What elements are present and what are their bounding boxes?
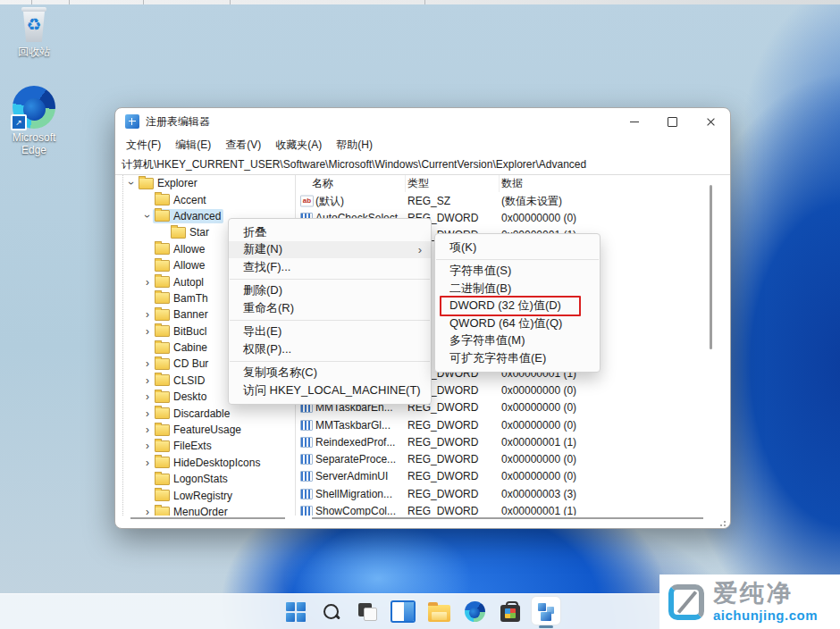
registry-row[interactable]: MMTaskbarGl...REG_DWORD0x00000000 (0)	[296, 416, 730, 433]
tree-item[interactable]: ›HideDesktopIcons	[115, 455, 295, 471]
submenu-item-2[interactable]: 字符串值(S)	[435, 263, 600, 281]
taskbar-start-button[interactable]	[278, 594, 314, 629]
minimize-button[interactable]	[615, 108, 653, 135]
chevron-collapsed-icon[interactable]: ›	[142, 440, 153, 451]
chevron-collapsed-icon[interactable]: ›	[142, 408, 153, 419]
context-menu-item-4[interactable]: 删除(D)	[229, 282, 431, 300]
value-data: 0x00000001 (1)	[501, 436, 576, 449]
taskbar-regedit-button[interactable]	[528, 594, 564, 629]
chevron-collapsed-icon[interactable]: ›	[142, 391, 153, 402]
registry-row[interactable]: ReindexedProf...REG_DWORD0x00000001 (1)	[296, 433, 730, 450]
taskbar-edge-button[interactable]	[457, 594, 492, 629]
submenu-item-0[interactable]: 项(K)	[435, 239, 600, 256]
registry-row[interactable]: ShellMigration...REG_DWORD0x00000003 (3)	[296, 485, 730, 502]
chevron-collapsed-icon[interactable]: ›	[142, 375, 153, 386]
context-menu-item-5[interactable]: 重命名(R)	[229, 299, 431, 317]
tree-item[interactable]: ›Discardable	[115, 405, 295, 421]
shortcut-arrow-icon: ↗	[11, 114, 27, 130]
desktop-icon-recycle-bin[interactable]: ♻ 回收站	[0, 7, 68, 58]
folder-icon	[155, 374, 170, 386]
value-data: 0x00000000 (0)	[501, 212, 576, 224]
menu-item-4[interactable]: 帮助(H)	[329, 136, 380, 155]
task-view-icon	[357, 601, 378, 623]
value-data: 0x00000000 (0)	[501, 453, 576, 465]
dword-value-icon	[300, 454, 313, 465]
submenu-arrow-icon: ›	[418, 243, 422, 256]
tree-item[interactable]: ›FeatureUsage	[115, 422, 295, 438]
folder-icon	[139, 178, 154, 189]
value-type: REG_DWORD	[407, 453, 478, 465]
registry-row[interactable]: ServerAdminUIREG_DWORD0x00000000 (0)	[296, 468, 730, 485]
title-bar[interactable]: 注册表编辑器	[115, 108, 730, 135]
value-name: ShowCompCol...	[315, 505, 396, 516]
menu-item-2[interactable]: 查看(V)	[218, 136, 268, 155]
chevron-expanded-icon[interactable]: ›	[142, 211, 153, 222]
chevron-collapsed-icon[interactable]: ›	[142, 424, 153, 435]
context-menu-item-1[interactable]: 新建(N)›	[229, 241, 431, 259]
chevron-collapsed-icon[interactable]: ›	[142, 309, 153, 320]
menu-item-0[interactable]: 文件(F)	[119, 136, 168, 155]
tree-item-label: Banner	[173, 308, 208, 321]
menu-item-3[interactable]: 收藏夹(A)	[268, 136, 329, 155]
tree-item[interactable]: LogonStats	[115, 471, 295, 487]
folder-icon	[155, 260, 170, 272]
desktop-icon-edge[interactable]: ↗ Microsoft Edge	[0, 86, 68, 156]
taskbar-widgets-button[interactable]	[385, 594, 421, 629]
chevron-collapsed-icon[interactable]: ›	[142, 457, 153, 468]
tree-node: Autopl	[153, 275, 206, 289]
submenu-item-6[interactable]: 多字符串值(M)	[435, 332, 600, 350]
column-header-0[interactable]: 名称	[312, 175, 406, 192]
address-bar[interactable]: 计算机\HKEY_CURRENT_USER\Software\Microsoft…	[115, 155, 730, 175]
taskbar-search-button[interactable]	[314, 594, 349, 629]
context-menu-separator	[230, 361, 430, 362]
folder-icon	[155, 457, 170, 468]
menu-item-1[interactable]: 编辑(E)	[168, 136, 218, 155]
context-menu-item-7[interactable]: 导出(E)	[229, 323, 431, 341]
submenu-item-7[interactable]: 可扩充字符串值(E)	[435, 349, 600, 367]
value-data: 0x00000000 (0)	[501, 470, 576, 482]
tree-item[interactable]: ›FileExts	[115, 438, 295, 454]
tree-node: LowRegistry	[153, 489, 235, 503]
context-menu-item-11[interactable]: 访问 HKEY_LOCAL_MACHINE(T)	[229, 382, 431, 399]
chevron-collapsed-icon[interactable]: ›	[142, 277, 153, 288]
context-menu-item-8[interactable]: 权限(P)...	[229, 340, 431, 358]
column-header-1[interactable]: 类型	[407, 175, 500, 192]
taskbar-file-explorer-button[interactable]	[421, 594, 457, 629]
tree-item[interactable]: ›MenuOrder	[115, 504, 295, 516]
context-menu-item-10[interactable]: 复制项名称(C)	[229, 365, 431, 382]
close-button[interactable]	[692, 108, 730, 135]
tree-item-label: Allowe	[173, 259, 205, 272]
tree-horizontal-scrollbar[interactable]	[130, 517, 285, 519]
context-menu-item-0[interactable]: 折叠	[229, 223, 431, 241]
vertical-scrollbar[interactable]	[710, 185, 712, 349]
chevron-collapsed-icon[interactable]: ›	[142, 358, 153, 369]
taskbar-task-view-button[interactable]	[349, 594, 385, 629]
chevron-collapsed-icon[interactable]: ›	[142, 326, 153, 337]
maximize-button[interactable]	[653, 108, 692, 135]
registry-row[interactable]: ShowCompCol...REG_DWORD0x00000001 (1)	[296, 502, 730, 516]
column-header-2[interactable]: 数据	[501, 175, 698, 192]
chevron-collapsed-icon[interactable]: ›	[142, 507, 153, 516]
folder-icon	[155, 358, 170, 370]
submenu-item-3[interactable]: 二进制值(B)	[435, 280, 600, 298]
minimize-icon	[630, 122, 639, 122]
taskbar-store-button[interactable]	[492, 594, 528, 629]
chevron-expanded-icon[interactable]: ›	[126, 178, 137, 189]
tree-node: Advanced	[153, 209, 223, 223]
window-controls	[615, 108, 730, 135]
tree-item[interactable]: LowRegistry	[115, 487, 295, 503]
submenu-item-5[interactable]: QWORD (64 位)值(Q)	[435, 314, 600, 332]
submenu-item-4[interactable]: DWORD (32 位)值(D)	[435, 298, 600, 315]
context-menu-item-2[interactable]: 查找(F)...	[229, 258, 431, 276]
registry-row[interactable]: SeparateProce...REG_DWORD0x00000000 (0)	[296, 450, 730, 467]
registry-row[interactable]: ab(默认)REG_SZ(数值未设置)	[296, 192, 730, 209]
folder-icon	[155, 309, 170, 321]
tree-node: BitBucl	[153, 324, 209, 339]
value-name: (默认)	[315, 193, 344, 208]
value-name: MMTaskbarGl...	[315, 419, 391, 432]
tree-node: BamTh	[153, 291, 211, 306]
tree-item[interactable]: Accent	[115, 191, 295, 207]
list-horizontal-scrollbar[interactable]	[312, 517, 703, 519]
resize-grip[interactable]	[724, 521, 726, 523]
tree-item[interactable]: ›Explorer	[115, 175, 295, 191]
